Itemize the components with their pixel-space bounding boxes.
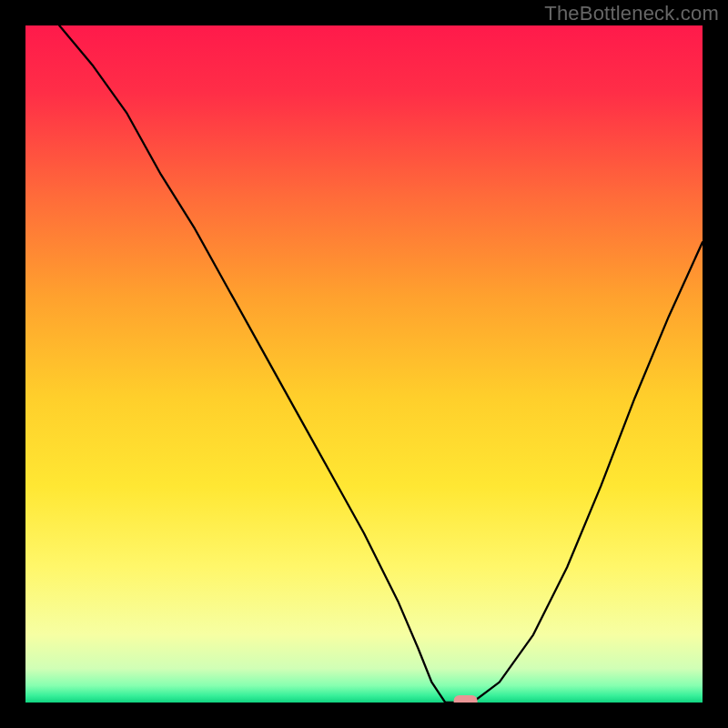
chart-frame: TheBottleneck.com <box>0 0 728 728</box>
bottleneck-plot <box>25 25 703 703</box>
optimal-marker <box>454 695 478 703</box>
gradient-background <box>25 25 703 703</box>
attribution-text: TheBottleneck.com <box>544 2 719 25</box>
